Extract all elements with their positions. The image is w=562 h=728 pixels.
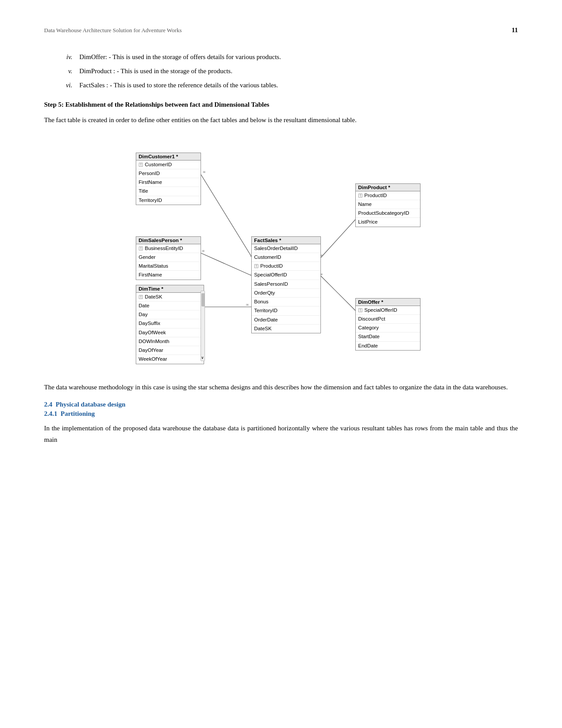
page: Data Warehouse Architecture Solution for… [0,0,562,728]
table-header-dimoffer: DimOffer * [356,299,420,306]
page-header: Data Warehouse Architecture Solution for… [44,26,518,34]
table-row: DOWInMonth [136,337,204,346]
table-row: FirstName [136,178,201,187]
step5-body: The fact table is created in order to de… [44,115,518,126]
section-2-4-1-heading: Partitioning [61,410,95,417]
er-diagram-container: ∞ ∞ ∞ ∞ ∞ ∞ ∞ ∞ ∞ [44,139,518,369]
table-factsales: FactSales * SalesOrderDetailID CustomerI… [251,236,321,334]
table-dimsalesperson: DimSalesPerson * ⚿ BusinessEntityID Gend… [136,236,201,280]
table-row: EndDate [356,342,420,350]
table-row: WeekOfYear [136,355,204,364]
table-row: SalesOrderDetailID [252,244,320,253]
table-row: Name [356,200,420,209]
svg-text:∞: ∞ [203,170,205,174]
list-item-iv: iv. DimOffer: - This is used in the stor… [44,52,518,62]
table-row: DayOfYear [136,346,204,355]
table-row: CustomerID [252,253,320,262]
list-marker-v: v. [44,66,79,76]
table-row: ⚿ SpecialOfferID [356,306,420,315]
table-dimproduct: DimProduct * ⚿ ProductID Name ProductSub… [355,183,421,227]
table-row: FirstName [136,271,201,279]
table-row: Category [356,324,420,332]
body-text-2: The data warehouse methodology in this c… [44,382,518,393]
list-marker-vi: vi. [44,80,79,90]
header-title: Data Warehouse Architecture Solution for… [44,27,182,34]
er-diagram: ∞ ∞ ∞ ∞ ∞ ∞ ∞ ∞ ∞ [123,139,440,369]
table-row: MaritalStatus [136,262,201,271]
table-dimtime: DimTime * ⚿ DateSK Date Day DaySuffix Da… [136,285,204,364]
table-row: DayOfWeek [136,329,204,337]
table-row: OrderQty [252,289,320,298]
table-row: Title [136,187,201,196]
dimtime-scrollbar[interactable]: ∨ [201,291,205,361]
table-row: ⚿ BusinessEntityID [136,244,201,253]
section-2-4-label: 2.4 [44,401,52,408]
table-header-dimtime: DimTime * [136,285,204,293]
table-row: DaySuffix [136,319,204,328]
table-row: SalesPersonID [252,280,320,289]
table-row: ⚿ DateSK [136,293,204,302]
list-section: iv. DimOffer: - This is used in the stor… [44,52,518,90]
table-header-dimproduct: DimProduct * [356,184,420,191]
table-row: Day [136,310,204,319]
table-row: ⚿ ProductID [252,262,320,271]
table-row: Gender [136,253,201,262]
section-2-4-1-label: 2.4.1 [44,410,57,417]
table-row: ProductSubcategoryID [356,209,420,218]
table-row: OrderDate [252,316,320,325]
partitioning-body: In the implementation of the proposed da… [44,423,518,445]
list-marker-iv: iv. [44,52,79,62]
svg-text:∞: ∞ [246,302,249,307]
list-item-vi: vi. FactSales : - This is used to store … [44,80,518,90]
header-page-number: 11 [512,26,518,34]
table-row: TerritoryID [136,196,201,205]
section-2-4-heading: Physical database design [56,401,125,408]
list-item-v: v. DimProduct : - This is used in the st… [44,66,518,76]
table-row: ⚿ ProductID [356,191,420,200]
table-header-dimcustomer: DimCustomer1 * [136,153,201,161]
svg-line-3 [201,253,253,276]
table-header-factsales: FactSales * [252,237,320,244]
table-row: DateSK [252,325,320,333]
list-content-iv: DimOffer: - This is used in the storage … [79,52,518,62]
svg-line-12 [321,276,356,311]
list-content-vi: FactSales : - This is used to store the … [79,80,518,90]
svg-line-9 [321,219,356,258]
svg-line-0 [201,175,253,258]
table-row: Date [136,302,204,310]
table-row: ⚿ CustomerID [136,161,201,169]
table-row: TerritoryID [252,306,320,315]
svg-text:∞: ∞ [202,249,205,253]
table-row: Bonus [252,298,320,306]
table-row: DiscountPct [356,315,420,324]
table-row: StartDate [356,332,420,341]
table-header-dimsalesperson: DimSalesPerson * [136,237,201,244]
table-dimcustomer: DimCustomer1 * ⚿ CustomerID PersonID Fir… [136,153,201,205]
table-row: PersonID [136,169,201,178]
section-2-4-title: 2.4 Physical database design [44,401,518,408]
table-dimoffer: DimOffer * ⚿ SpecialOfferID DiscountPct … [355,298,421,351]
table-row: ListPrice [356,218,420,226]
section-2-4-1-title: 2.4.1 Partitioning [44,410,518,418]
step5-heading: Step 5: Establishment of the Relationshi… [44,101,518,108]
list-content-v: DimProduct : - This is used in the stora… [79,66,518,76]
table-row: SpecialOfferID [252,271,320,280]
